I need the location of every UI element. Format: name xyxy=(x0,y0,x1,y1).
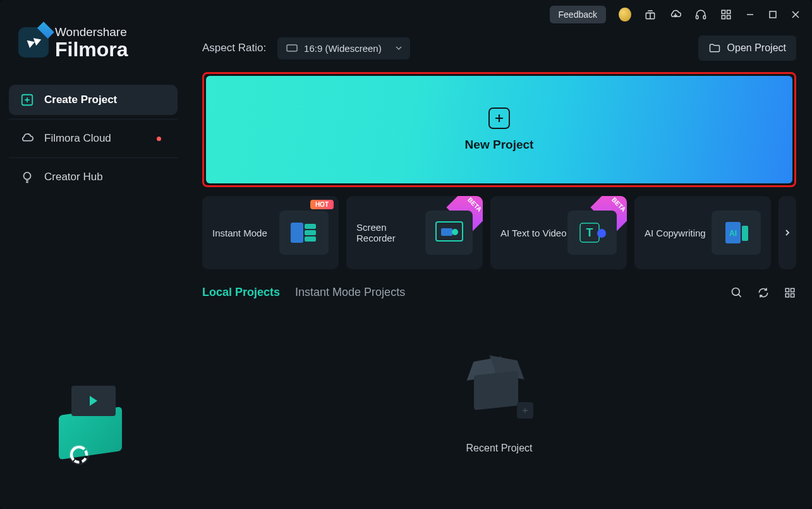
svg-point-20 xyxy=(597,229,606,238)
svg-rect-12 xyxy=(305,224,316,229)
maximize-button[interactable] xyxy=(768,9,778,20)
create-project-icon xyxy=(20,93,34,107)
svg-text:AI: AI xyxy=(729,229,737,238)
cards-next-button[interactable] xyxy=(779,196,796,269)
sidebar-nav: Create Project Filmora Cloud Creator Hub xyxy=(9,85,178,192)
svg-rect-6 xyxy=(727,10,730,13)
tab-instant-mode-projects[interactable]: Instant Mode Projects xyxy=(295,286,405,299)
sidebar-item-filmora-cloud[interactable]: Filmora Cloud xyxy=(9,123,178,154)
aspect-ratio-value: 16:9 (Widescreen) xyxy=(304,43,382,54)
svg-rect-26 xyxy=(791,288,794,291)
card-label: AI Text to Video xyxy=(500,228,567,238)
globe-icon[interactable] xyxy=(619,8,631,21)
open-project-button[interactable]: Open Project xyxy=(698,35,796,61)
apps-grid-icon[interactable] xyxy=(720,8,732,21)
svg-point-1 xyxy=(24,173,31,180)
logo: Wondershare Filmora xyxy=(9,13,178,78)
open-project-label: Open Project xyxy=(727,42,786,54)
top-controls: Aspect Ratio: 16:9 (Widescreen) Open Pro… xyxy=(202,35,796,61)
hot-badge: HOT xyxy=(310,200,334,209)
svg-rect-7 xyxy=(722,16,725,19)
card-label: AI Copywriting xyxy=(645,228,706,238)
svg-rect-9 xyxy=(770,11,776,18)
feature-cards-row: Instant Mode HOT Screen Recorder AI Text… xyxy=(202,196,796,269)
refresh-icon[interactable] xyxy=(757,286,770,299)
close-button[interactable] xyxy=(791,9,801,20)
folder-icon xyxy=(708,42,721,54)
svg-rect-3 xyxy=(696,16,698,19)
aspect-ratio-label: Aspect Ratio: xyxy=(202,42,266,54)
notification-dot-icon xyxy=(157,137,161,141)
divider xyxy=(9,119,178,120)
cloud-icon xyxy=(20,132,34,145)
svg-rect-14 xyxy=(305,236,316,242)
copywriting-icon: AI xyxy=(712,211,761,255)
feedback-button[interactable]: Feedback xyxy=(550,6,606,23)
svg-rect-27 xyxy=(785,293,789,297)
card-label: Instant Mode xyxy=(212,228,267,238)
chevron-down-icon xyxy=(395,44,403,52)
svg-point-17 xyxy=(452,229,458,235)
card-instant-mode[interactable]: Instant Mode HOT xyxy=(202,196,339,269)
new-project-button[interactable]: New Project xyxy=(206,76,792,183)
grid-view-icon[interactable] xyxy=(784,286,796,299)
svg-point-24 xyxy=(732,288,740,295)
cloud-download-icon[interactable] xyxy=(669,8,682,21)
brand-company: Wondershare xyxy=(55,25,128,39)
svg-rect-8 xyxy=(727,16,730,19)
brand-product: Filmora xyxy=(55,39,128,59)
tab-local-projects[interactable]: Local Projects xyxy=(202,286,280,299)
app-window: Wondershare Filmora Create Project Filmo… xyxy=(0,0,812,509)
screen-recorder-icon xyxy=(425,211,473,255)
main-area: Feedback xyxy=(186,0,812,509)
svg-text:T: T xyxy=(586,226,593,239)
loading-spinner-icon xyxy=(70,446,88,463)
text-to-video-icon: T xyxy=(567,211,617,255)
svg-rect-23 xyxy=(742,226,748,241)
svg-rect-16 xyxy=(441,228,452,236)
chevron-right-icon xyxy=(784,229,791,236)
sidebar-item-creator-hub[interactable]: Creator Hub xyxy=(9,162,178,192)
new-project-label: New Project xyxy=(465,138,534,152)
sidebar-item-label: Create Project xyxy=(44,94,117,106)
divider xyxy=(9,157,178,158)
empty-state: ＋ Recent Project xyxy=(202,312,796,496)
content: Aspect Ratio: 16:9 (Widescreen) Open Pro… xyxy=(186,29,812,509)
gift-icon[interactable] xyxy=(644,8,657,21)
widescreen-icon xyxy=(286,44,298,52)
minimize-button[interactable] xyxy=(745,9,755,20)
plus-square-icon xyxy=(488,107,510,129)
svg-rect-11 xyxy=(291,223,303,243)
sidebar-illustration xyxy=(9,357,178,496)
empty-box-icon: ＋ xyxy=(461,354,537,430)
svg-rect-28 xyxy=(791,293,794,297)
sidebar-item-create-project[interactable]: Create Project xyxy=(9,85,178,115)
sidebar-item-label: Creator Hub xyxy=(44,171,103,183)
card-ai-copywriting[interactable]: AI Copywriting AI xyxy=(634,196,771,269)
project-tabs: Local Projects Instant Mode Projects xyxy=(202,286,796,299)
sidebar-item-label: Filmora Cloud xyxy=(44,132,111,145)
svg-rect-4 xyxy=(703,16,705,19)
new-project-highlight: New Project xyxy=(202,72,796,187)
svg-rect-13 xyxy=(305,230,316,235)
sidebar: Wondershare Filmora Create Project Filmo… xyxy=(0,0,186,509)
headphones-icon[interactable] xyxy=(694,8,707,21)
svg-rect-10 xyxy=(287,45,297,51)
card-label: Screen Recorder xyxy=(356,222,425,243)
card-ai-text-to-video[interactable]: AI Text to Video T xyxy=(490,196,627,269)
card-screen-recorder[interactable]: Screen Recorder xyxy=(346,196,483,269)
titlebar: Feedback xyxy=(186,0,812,29)
svg-rect-5 xyxy=(722,10,725,13)
empty-state-label: Recent Project xyxy=(466,443,533,454)
instant-mode-icon xyxy=(279,211,329,255)
bulb-icon xyxy=(20,170,34,184)
aspect-ratio-select[interactable]: 16:9 (Widescreen) xyxy=(277,37,410,59)
filmora-logo-icon xyxy=(18,27,49,58)
svg-rect-25 xyxy=(785,288,789,291)
search-icon[interactable] xyxy=(730,286,743,299)
